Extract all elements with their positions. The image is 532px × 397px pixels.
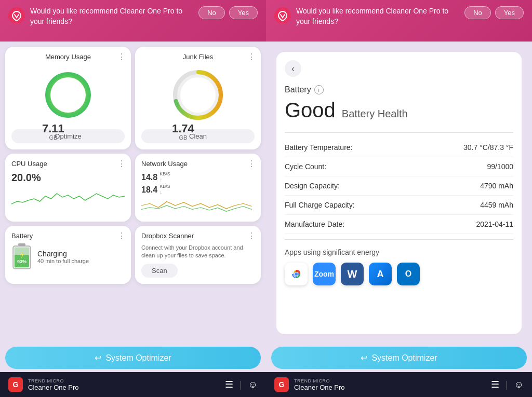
app-icon-zoom[interactable]: Zoom — [313, 263, 336, 285]
memory-card-menu[interactable]: ⋮ — [117, 52, 126, 62]
temp-row: Battery Temperature: 30.7 °C/87.3 °F — [285, 138, 513, 157]
battery-card-menu[interactable]: ⋮ — [117, 231, 126, 241]
battery-health-label: Battery Health — [342, 108, 408, 120]
cycle-value: 99/1000 — [487, 162, 513, 171]
footer-brand-name-right: Cleaner One Pro — [294, 384, 486, 391]
upload-value: 14.8 — [141, 173, 157, 182]
full-label: Full Charge Capacity: — [285, 201, 355, 209]
battery-icon: 93% — [12, 243, 32, 270]
full-row: Full Charge Capacity: 4459 mAh — [285, 196, 513, 215]
divider-1 — [285, 132, 513, 133]
junk-card: Junk Files ⋮ — [135, 47, 261, 149]
footer-icons-right: ☰ | ☺ — [491, 379, 524, 390]
bottom-cards-row: Battery ⋮ 93% — [5, 226, 261, 284]
svg-point-8 — [180, 77, 216, 113]
app-icons-row: Zoom W A O — [285, 263, 513, 285]
cpu-card-title: CPU Usage — [11, 160, 125, 168]
junk-card-menu[interactable]: ⋮ — [247, 52, 256, 62]
top-cards-row: Memory Usage ⋮ — [5, 47, 261, 149]
battery-status: Charging — [37, 250, 89, 258]
apps-section: Apps using significant energy — [285, 248, 513, 285]
junk-value: 1.74 GB — [172, 123, 194, 141]
divider-2 — [285, 239, 513, 240]
cpu-card: CPU Usage ⋮ 20.0% — [5, 154, 131, 222]
footer-brand-left: TREND MICRO Cleaner One Pro — [28, 378, 220, 391]
emoji-icon-right[interactable]: ☺ — [514, 379, 524, 390]
download-arrow: ↓ — [159, 189, 162, 195]
memory-gauge-svg — [42, 69, 94, 121]
footer-brand-right: TREND MICRO Cleaner One Pro — [294, 378, 486, 391]
header-buttons-right: No Yes — [464, 6, 524, 19]
clean-button[interactable]: Clean — [141, 129, 255, 143]
svg-point-20 — [295, 272, 298, 276]
footer-logo-left: G — [8, 377, 23, 392]
design-label: Design Capacity: — [285, 182, 340, 190]
battery-icon-wrap: 93% — [11, 244, 32, 270]
battery-section-title: Battery i — [285, 85, 513, 94]
date-row: Manufacture Date: 2021-04-11 — [285, 215, 513, 234]
footer-right: G TREND MICRO Cleaner One Pro ☰ | ☺ — [266, 372, 532, 397]
temp-label: Battery Temperature: — [285, 143, 352, 152]
cpu-sparkline — [11, 186, 125, 207]
scan-button[interactable]: Scan — [141, 264, 178, 278]
optimizer-icon-left: ↩ — [95, 353, 101, 363]
main-content-left: Memory Usage ⋮ — [0, 42, 266, 345]
system-optimizer-btn-left[interactable]: ↩ System Optimizer — [5, 347, 261, 369]
cpu-card-menu[interactable]: ⋮ — [117, 159, 126, 169]
network-card-title: Network Usage — [141, 160, 255, 168]
date-label: Manufacture Date: — [285, 220, 344, 228]
download-value: 18.4 — [141, 185, 157, 195]
battery-time: 40 min to full charge — [37, 258, 89, 264]
design-row: Design Capacity: 4790 mAh — [285, 176, 513, 196]
memory-card-title: Memory Usage — [45, 53, 91, 61]
back-button[interactable]: ‹ — [285, 60, 301, 77]
svg-point-4 — [50, 77, 86, 113]
network-sparkline — [141, 198, 255, 213]
app-icon-outlook[interactable]: O — [397, 263, 420, 285]
no-button-left[interactable]: No — [198, 6, 225, 19]
network-card-menu[interactable]: ⋮ — [247, 159, 256, 169]
yes-button-right[interactable]: Yes — [495, 6, 524, 19]
cycle-row: Cycle Count: 99/1000 — [285, 157, 513, 176]
memory-gauge: 7.11 GB — [42, 69, 94, 121]
download-unit: KB/S ↓ — [159, 184, 170, 196]
svg-point-14 — [274, 7, 291, 24]
menu-icon-right[interactable]: ☰ — [491, 379, 499, 390]
battery-detail-card: ‹ Battery i Good Battery Health Battery … — [276, 52, 522, 334]
optimize-button[interactable]: Optimize — [11, 129, 125, 143]
menu-icon-left[interactable]: ☰ — [225, 379, 233, 390]
dropbox-card-title: Dropbox Scanner — [141, 232, 255, 240]
right-header: Would you like recommend Cleaner One Pro… — [266, 0, 532, 42]
junk-gauge-svg — [172, 69, 224, 121]
memory-card: Memory Usage ⋮ — [5, 47, 131, 149]
app-icon-chrome[interactable] — [285, 263, 308, 285]
battery-health-status: Good — [285, 99, 336, 122]
battery-text: Charging 40 min to full charge — [37, 250, 89, 264]
emoji-icon-left[interactable]: ☺ — [248, 379, 258, 390]
dropbox-card: Dropbox Scanner ⋮ Connect with your Drop… — [135, 226, 261, 284]
network-card: Network Usage ⋮ 14.8 KB/S ↑ 18.4 KB/S — [135, 154, 261, 222]
middle-cards-row: CPU Usage ⋮ 20.0% Network Usage ⋮ 14.8 K… — [5, 154, 261, 222]
app-icon-appstore[interactable]: A — [369, 263, 392, 285]
footer-icons-left: ☰ | ☺ — [225, 379, 258, 390]
system-optimizer-btn-right[interactable]: ↩ System Optimizer — [271, 347, 527, 369]
junk-card-title: Junk Files — [183, 53, 214, 61]
junk-gauge: 1.74 GB — [172, 69, 224, 121]
svg-text:93%: 93% — [17, 259, 26, 264]
battery-card-title: Battery — [11, 232, 125, 240]
design-value: 4790 mAh — [480, 182, 513, 190]
upload-arrow: ↑ — [159, 177, 162, 183]
footer-brand-name-left: Cleaner One Pro — [28, 384, 220, 391]
no-button-right[interactable]: No — [464, 6, 491, 19]
footer-brand-sub-left: TREND MICRO — [28, 378, 220, 384]
right-panel: Would you like recommend Cleaner One Pro… — [266, 0, 532, 397]
footer-brand-sub-right: TREND MICRO — [294, 378, 486, 384]
header-title-left: Would you like recommend Cleaner One Pro… — [30, 6, 193, 26]
info-icon[interactable]: i — [314, 85, 324, 94]
optimizer-label-right: System Optimizer — [371, 353, 437, 363]
yes-button-left[interactable]: Yes — [229, 6, 258, 19]
app-logo-right — [274, 7, 291, 24]
dropbox-card-menu[interactable]: ⋮ — [247, 231, 256, 241]
app-icon-word[interactable]: W — [341, 263, 364, 285]
network-speeds: 14.8 KB/S ↑ 18.4 KB/S ↓ — [141, 172, 255, 196]
